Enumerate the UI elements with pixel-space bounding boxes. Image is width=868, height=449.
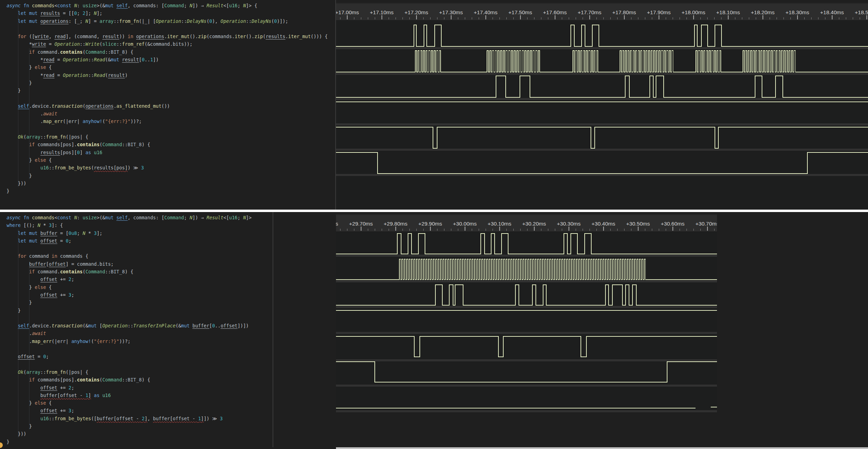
- code-line[interactable]: }: [0, 307, 273, 314]
- code-line[interactable]: buffer[offset] = command.bits;: [0, 260, 273, 268]
- code-token: >(&: [97, 3, 105, 8]
- code-line[interactable]: let mut operations: [_; N] = array::from…: [0, 17, 335, 25]
- code-token: [: [139, 57, 142, 62]
- code-line[interactable]: buffer[offset - 1] as u16: [0, 391, 273, 399]
- code-line[interactable]: [0, 361, 273, 368]
- code-line[interactable]: *read = Operation::Read(&mut result[0..1…: [0, 56, 335, 63]
- code-line[interactable]: offset += 3;: [0, 291, 273, 299]
- code-token: [: [114, 165, 116, 170]
- code-token: async: [7, 3, 24, 8]
- code-line[interactable]: [0, 25, 335, 33]
- vertical-split-sash-bottom[interactable]: [273, 212, 273, 447]
- time-label: +18.20ms: [751, 9, 775, 15]
- code-line[interactable]: .map_err(|err| anyhow!("{err:?}"))?;: [0, 337, 273, 345]
- code-line[interactable]: }: [0, 79, 335, 87]
- code-token: |: [66, 338, 71, 344]
- time-label: +18.00ms: [682, 9, 706, 15]
- code-token: ;: [71, 408, 74, 413]
- time-label: +29.90ms: [418, 221, 442, 227]
- code-line[interactable]: offset = 0;: [0, 353, 273, 360]
- code-editor-top[interactable]: async fn commands<const N: usize>(&mut s…: [0, 0, 335, 210]
- code-token: ;: [71, 292, 74, 298]
- code-line[interactable]: self.device.transaction(operations.as_fl…: [0, 102, 335, 110]
- code-token: ::: [88, 57, 94, 62]
- code-token: for: [18, 34, 29, 39]
- code-token: ));: [184, 41, 192, 47]
- code-line[interactable]: [0, 245, 273, 252]
- code-line[interactable]: }: [0, 87, 335, 94]
- code-line[interactable]: } else {: [0, 63, 335, 71]
- code-token: in: [52, 253, 60, 259]
- code-line[interactable]: }: [0, 299, 273, 306]
- code-line[interactable]: async fn commands<const N: usize>(&mut s…: [0, 214, 273, 221]
- code-token: buffer: [41, 393, 57, 398]
- code-line[interactable]: } else {: [0, 399, 273, 407]
- code-line[interactable]: self.device.transaction(&mut [Operation:…: [0, 322, 273, 329]
- code-line[interactable]: }: [0, 438, 273, 446]
- code-token: if: [29, 49, 37, 55]
- code-line[interactable]: })): [0, 430, 273, 438]
- code-line[interactable]: if command.contains(Command::BIT_8) {: [0, 268, 273, 275]
- code-token: .: [7, 338, 32, 344]
- code-line[interactable]: if commands[pos].contains(Command::BIT_8…: [0, 141, 335, 148]
- code-line[interactable]: offset += 3;: [0, 407, 273, 414]
- code-token: 3: [94, 230, 97, 236]
- code-line[interactable]: } else {: [0, 156, 335, 164]
- code-line[interactable]: }: [0, 187, 335, 195]
- code-line[interactable]: for ([write, read], (command, result)) i…: [0, 33, 335, 40]
- code-line[interactable]: async fn commands<const N: usize>(&mut s…: [0, 2, 335, 9]
- code-token: [7, 416, 41, 421]
- code-line[interactable]: if command.contains(Command::BIT_8) {: [0, 48, 335, 56]
- code-line[interactable]: offset += 2;: [0, 275, 273, 283]
- code-line[interactable]: [0, 125, 335, 133]
- code-line[interactable]: let mut results = [[0; 2]; N];: [0, 9, 335, 17]
- code-line[interactable]: for command in commands {: [0, 252, 273, 260]
- time-label: +17.90ms: [647, 9, 671, 15]
- code-line[interactable]: *read = Operation::Read(result): [0, 71, 335, 79]
- code-token: *: [86, 230, 94, 236]
- code-line[interactable]: .await: [0, 110, 335, 117]
- code-token: : [_;: [69, 18, 86, 24]
- code-line[interactable]: u16::from_be_bytes([buffer[offset - 2], …: [0, 415, 273, 422]
- code-line[interactable]: where [(); N * 3]: {: [0, 221, 273, 229]
- code-line[interactable]: Ok(array::from_fn(|pos| {: [0, 133, 335, 141]
- code-token: N: [189, 215, 192, 220]
- code-token: ::: [128, 323, 133, 328]
- code-token: err: [69, 118, 77, 124]
- code-line[interactable]: if commands[pos].contains(Command::BIT_8…: [0, 376, 273, 384]
- code-line[interactable]: u16::from_be_bytes(results[pos]) ≫ 3: [0, 164, 335, 171]
- code-line[interactable]: .map_err(|err| anyhow!("{err:?}"))?;: [0, 117, 335, 125]
- code-line[interactable]: })): [0, 179, 335, 187]
- code-line[interactable]: results[pos][0] as u16: [0, 149, 335, 156]
- horizontal-scrollbar[interactable]: [336, 447, 868, 449]
- code-line[interactable]: offset += 2;: [0, 384, 273, 391]
- code-line[interactable]: [0, 95, 335, 102]
- code-token: Command: [102, 377, 122, 382]
- code-token: .: [49, 323, 52, 328]
- horizontal-split-sash[interactable]: [0, 210, 868, 212]
- code-token: 0: [66, 238, 69, 244]
- code-token: ;: [77, 230, 82, 236]
- code-token: +=: [57, 385, 69, 390]
- code-token: ], (: [66, 34, 77, 39]
- code-token: ]): [153, 57, 159, 62]
- code-token: Operation: [221, 18, 246, 24]
- code-line[interactable]: }: [0, 172, 335, 179]
- code-token: from_be_bytes: [54, 165, 91, 170]
- code-line[interactable]: [0, 345, 273, 353]
- code-token: [7, 253, 18, 259]
- code-token: operations: [86, 103, 114, 109]
- code-line[interactable]: } else {: [0, 283, 273, 291]
- code-line[interactable]: let mut buffer = [0u8; N * 3];: [0, 229, 273, 237]
- code-token: ;: [46, 354, 49, 359]
- code-token: (|_| [: [139, 18, 156, 24]
- code-token: [: [60, 377, 63, 382]
- code-line[interactable]: *write = Operation::Write(slice::from_re…: [0, 40, 335, 48]
- code-line[interactable]: .await: [0, 329, 273, 337]
- code-line[interactable]: let mut offset = 0;: [0, 237, 273, 245]
- code-line[interactable]: [0, 314, 273, 322]
- code-line[interactable]: Ok(array::from_fn(|pos| {: [0, 368, 273, 376]
- code-editor-bottom[interactable]: async fn commands<const N: usize>(&mut s…: [0, 212, 273, 447]
- vertical-split-sash-top[interactable]: [335, 0, 336, 210]
- code-line[interactable]: }: [0, 422, 273, 430]
